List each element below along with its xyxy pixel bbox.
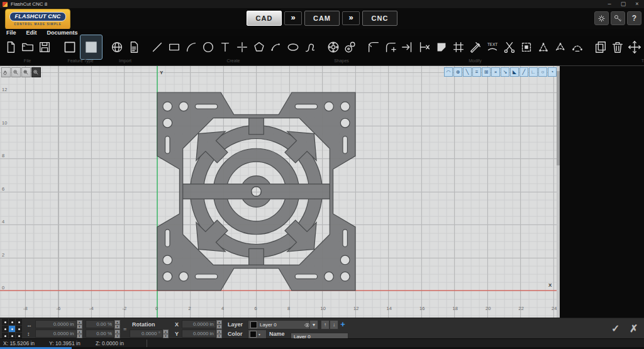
zoom-window-tool-button[interactable]	[31, 67, 41, 77]
move-button[interactable]	[626, 38, 643, 57]
snap-center-button[interactable]: ⊕	[453, 67, 462, 77]
shape-cam-button[interactable]	[341, 38, 358, 57]
anchor-cell-2[interactable]	[16, 319, 22, 325]
feature-type-fill-button[interactable]	[80, 35, 102, 59]
toolbar-section: File	[0, 36, 55, 65]
extend-button[interactable]	[399, 38, 416, 57]
create-rectangle-button[interactable]	[165, 38, 182, 57]
menu-file[interactable]: File	[6, 30, 16, 36]
trim-button[interactable]	[416, 38, 433, 57]
close-button[interactable]: ×	[630, 0, 644, 8]
create-ellipse-button[interactable]	[284, 38, 301, 57]
copy-button[interactable]	[592, 38, 609, 57]
ruler-x-tick: 12	[353, 306, 358, 311]
save-drawing-button[interactable]	[36, 38, 53, 57]
snap-perpendicular-button[interactable]: ∟	[529, 67, 538, 77]
snap-intersection-button[interactable]: ×	[491, 67, 500, 77]
import-image-button[interactable]	[108, 38, 125, 57]
snap-circle-button[interactable]: ○	[538, 67, 547, 77]
help-button[interactable]: ?	[627, 11, 641, 25]
height-input[interactable]	[35, 330, 77, 338]
snap-nearest-button[interactable]: ↘	[501, 67, 509, 77]
x-spinner[interactable]: ▲▼	[216, 320, 222, 328]
snap-grid-edit-button[interactable]: ⊞	[482, 67, 491, 77]
height-percent-input[interactable]	[86, 330, 114, 338]
cad-part[interactable]	[0, 66, 560, 318]
text-bend-button[interactable]: TEXT	[484, 38, 501, 57]
width-percent-input[interactable]	[86, 320, 114, 328]
layer-move-down-button[interactable]: ↓	[330, 320, 338, 330]
frame-button[interactable]	[450, 38, 467, 57]
x-position-input[interactable]	[182, 320, 216, 328]
create-circle-button[interactable]	[199, 38, 216, 57]
pan-tool-button[interactable]	[1, 67, 11, 77]
import-dxf-button[interactable]	[125, 38, 142, 57]
snap-tangent-button[interactable]: ◔	[548, 67, 557, 77]
width-spinner[interactable]: ▲▼	[77, 320, 82, 328]
settings-gears-button[interactable]	[594, 11, 609, 25]
snap-diagonal-button[interactable]: ╱	[519, 67, 528, 77]
delete-button[interactable]	[609, 38, 626, 57]
width-percent-spinner[interactable]: ▲▼	[114, 320, 120, 328]
anchor-cell-4[interactable]	[9, 326, 15, 332]
zoom-in-tool-button[interactable]	[11, 67, 21, 77]
snap-stack-button[interactable]: ≡	[472, 67, 481, 77]
create-line-button[interactable]	[148, 38, 165, 57]
node-move-button[interactable]	[552, 38, 569, 57]
new-drawing-button[interactable]	[2, 38, 19, 57]
create-polygon-button[interactable]	[250, 38, 267, 57]
frame-select-button[interactable]	[518, 38, 535, 57]
snap-line-button[interactable]: ╲	[463, 67, 472, 77]
y-spinner[interactable]: ▲▼	[216, 330, 222, 338]
maximize-button[interactable]: ▢	[616, 0, 630, 8]
workflow-advance-button[interactable]: »	[284, 11, 302, 25]
flashcut-logo: FLASHCUT CNC CONTROL MADE SIMPLE	[5, 9, 70, 30]
create-spline-button[interactable]	[301, 38, 318, 57]
minimize-button[interactable]: –	[602, 0, 616, 8]
anchor-cell-3[interactable]	[2, 326, 8, 332]
workflow-advance-button[interactable]: »	[342, 11, 360, 25]
create-text-button[interactable]	[216, 38, 233, 57]
layer-add-button[interactable]: +	[339, 320, 347, 328]
anchor-cell-1[interactable]	[9, 319, 15, 325]
width-input[interactable]	[35, 320, 77, 328]
snap-arc-button[interactable]: ◠	[444, 67, 453, 77]
tab-cnc[interactable]: CNC	[362, 11, 397, 26]
apply-button[interactable]: ✓	[611, 323, 619, 335]
view-toolbar	[1, 67, 41, 77]
color-picker-button[interactable]: ▾	[248, 330, 267, 339]
license-key-button[interactable]	[611, 11, 625, 25]
rotation-input[interactable]	[130, 330, 163, 338]
create-arc-segment-button[interactable]	[267, 38, 284, 57]
node-join-button[interactable]	[569, 38, 586, 57]
rotation-spinner[interactable]: ▲▼	[163, 330, 169, 338]
shape-flange-button[interactable]	[325, 38, 341, 57]
height-percent-spinner[interactable]: ▲▼	[114, 330, 120, 338]
layer-select[interactable]: Layer 0	[248, 320, 313, 330]
fillet-button[interactable]	[365, 38, 382, 57]
layer-move-up-button[interactable]: ↑	[321, 320, 330, 330]
anchor-cell-0[interactable]	[2, 319, 8, 325]
tab-cad[interactable]: CAD	[247, 11, 282, 26]
create-arc-button[interactable]	[182, 38, 199, 57]
cancel-button[interactable]: ✗	[630, 323, 638, 335]
feature-type-outline-button[interactable]	[59, 35, 80, 59]
y-position-input[interactable]	[182, 330, 216, 338]
corner-feature-button[interactable]	[433, 38, 450, 57]
create-point-button[interactable]	[233, 38, 250, 57]
layer-dropdown-button[interactable]: ▾	[309, 320, 318, 330]
menu-edit[interactable]: Edit	[26, 30, 37, 36]
node-edit-button[interactable]	[535, 38, 552, 57]
tab-cam[interactable]: CAM	[304, 11, 340, 26]
open-drawing-button[interactable]	[19, 38, 36, 57]
drawing-canvas[interactable]: Y X 121086420 -8-6-4-2024681012141618202…	[0, 66, 560, 318]
fillet-add-button[interactable]	[382, 38, 399, 57]
snap-corner-button[interactable]: ◣	[510, 67, 519, 77]
zoom-extents-tool-button[interactable]	[21, 67, 31, 77]
ruler-x-tick: 10	[321, 306, 326, 311]
anchor-cell-5[interactable]	[16, 326, 22, 332]
x-axis-label: X	[548, 282, 552, 288]
height-spinner[interactable]: ▲▼	[77, 330, 82, 338]
sketch-tools-button[interactable]	[467, 38, 484, 57]
weld-button[interactable]	[501, 38, 518, 57]
